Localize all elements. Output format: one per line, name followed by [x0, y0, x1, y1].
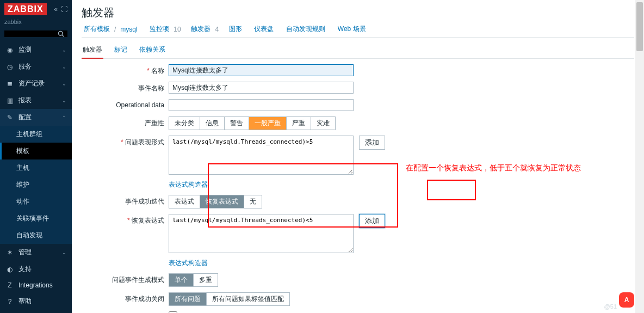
gear-icon: ✶ [5, 249, 14, 256]
z-icon: Z [5, 281, 14, 289]
expr-builder-link[interactable]: 表达式构造器 [169, 180, 208, 189]
sev-disaster[interactable]: 灾难 [311, 117, 335, 130]
tab-trigger[interactable]: 触发器 [82, 42, 103, 59]
label-ok-gen: 事件成功迭代 [82, 195, 169, 206]
sev-not-classified[interactable]: 未分类 [169, 117, 200, 130]
textarea-problem-expr[interactable]: last(/mysql/mysqld.Threads_connected)>5 [169, 136, 354, 175]
search-icon [58, 30, 64, 37]
label-severity: 严重性 [82, 116, 169, 128]
items-count: 10 [174, 26, 181, 33]
sub-hosts[interactable]: 主机 [0, 159, 72, 176]
nav-admin[interactable]: ✶ 管理 ⌄ [0, 244, 72, 261]
severity-segment: 未分类 信息 警告 一般严重 严重 灾难 [169, 116, 336, 130]
tab-tags[interactable]: 标记 [113, 42, 128, 58]
watermark: @51 [604, 303, 617, 310]
label-name: 名称 [82, 64, 169, 76]
okgen-expression[interactable]: 表达式 [169, 195, 200, 208]
collapse-icon[interactable]: « [54, 5, 58, 13]
crumb-web[interactable]: Web 场景 [338, 24, 366, 34]
nav-label: 资产记录 [18, 79, 45, 88]
input-opdata[interactable] [169, 99, 354, 111]
chevron-up-icon: ⌃ [62, 115, 66, 120]
svg-point-0 [59, 32, 63, 36]
main-content: 触发器 所有模板/ mysql 监控项 10 触发器 4 图形 仪表盘 自动发现… [72, 0, 644, 313]
chevron-down-icon: ⌄ [62, 250, 66, 255]
nav-support[interactable]: ◐ 支持 [0, 261, 72, 278]
chevron-down-icon: ⌄ [62, 64, 66, 70]
clock-icon: ◷ [5, 63, 14, 71]
chevron-down-icon: ⌄ [62, 81, 66, 87]
sev-warning[interactable]: 警告 [225, 117, 249, 130]
tab-dependencies[interactable]: 依赖关系 [138, 42, 166, 58]
tabs: 触发器 标记 依赖关系 [82, 42, 634, 59]
sub-discovery[interactable]: 自动发现 [0, 227, 72, 244]
nav-label: 帮助 [18, 297, 32, 306]
nav-label: 管理 [18, 248, 32, 257]
wrench-icon: ✎ [5, 114, 14, 121]
crumb-items[interactable]: 监控项 [150, 24, 169, 34]
page-title: 触发器 [82, 5, 634, 20]
input-event-name[interactable] [169, 82, 354, 94]
textarea-recovery-expr[interactable]: last(/mysql/mysqld.Threads_connected)<5 [169, 214, 354, 253]
okclose-all[interactable]: 所有问题 [169, 293, 207, 305]
nav-label: 监测 [18, 45, 32, 54]
ok-close-segment: 所有问题 所有问题如果标签值匹配 [169, 292, 290, 306]
okgen-recovery[interactable]: 恢复表达式 [200, 195, 244, 208]
crumb-triggers[interactable]: 触发器 [191, 24, 210, 34]
label-problem-expr: 问题表现形式 [82, 136, 169, 147]
nav-label: 服务 [18, 62, 32, 71]
label-opdata: Operational data [82, 99, 169, 109]
crumb-all-templates[interactable]: 所有模板 [84, 24, 110, 34]
question-icon: ? [5, 298, 14, 305]
input-name[interactable] [169, 64, 354, 76]
sev-high[interactable]: 严重 [287, 117, 311, 130]
label-ok-close: 事件成功关闭 [82, 292, 169, 304]
scrollbar-thumb[interactable] [636, 2, 643, 51]
sev-average[interactable]: 一般严重 [249, 117, 287, 130]
label-event-name: 事件名称 [82, 82, 169, 93]
crumb-mysql[interactable]: mysql [120, 26, 137, 33]
sub-correlation[interactable]: 关联项事件 [0, 210, 72, 227]
nav-user-settings[interactable]: ▲ User settings ⌄ [0, 310, 72, 313]
nav-inventory[interactable]: ≣ 资产记录 ⌄ [0, 75, 72, 92]
nav-help[interactable]: ? 帮助 [0, 293, 72, 310]
add-recovery-expr-button[interactable]: 添加 [359, 214, 385, 228]
crumb-dashboards[interactable]: 仪表盘 [254, 24, 274, 34]
annotation-text: 在配置一个恢复表达式，低于五个就恢复为正常状态 [406, 163, 581, 173]
sub-host-groups[interactable]: 主机群组 [0, 126, 72, 143]
add-problem-expr-button[interactable]: 添加 [359, 136, 385, 150]
scrollbar[interactable] [635, 0, 644, 313]
nav-integrations[interactable]: Z Integrations [0, 278, 72, 293]
pgen-single[interactable]: 单个 [169, 274, 194, 286]
nav-label: 配置 [18, 113, 32, 122]
expand-icon[interactable]: ⛶ [61, 5, 67, 13]
crumb-graphs[interactable]: 图形 [229, 24, 242, 34]
config-submenu: 主机群组 模板 主机 维护 动作 关联项事件 自动发现 [0, 126, 72, 244]
okclose-tags[interactable]: 所有问题如果标签值匹配 [207, 293, 289, 305]
eye-icon: ◉ [5, 46, 14, 54]
sub-maintenance[interactable]: 维护 [0, 176, 72, 193]
floating-action-icon[interactable]: A [619, 292, 634, 308]
nav-label: 支持 [18, 265, 32, 274]
chevron-down-icon: ⌄ [62, 98, 66, 103]
chart-icon: ▥ [5, 97, 14, 105]
label-recovery-expr: 恢复表达式 [82, 214, 169, 225]
svg-line-1 [62, 35, 64, 36]
search-input[interactable] [4, 30, 67, 37]
nav-configuration[interactable]: ✎ 配置 ⌃ [0, 109, 72, 126]
logo: ZABBIX [4, 3, 47, 15]
nav-monitoring[interactable]: ◉ 监测 ⌄ [0, 41, 72, 58]
expr-builder-link-2[interactable]: 表达式构造器 [169, 259, 208, 268]
sev-information[interactable]: 信息 [200, 117, 225, 130]
sub-actions[interactable]: 动作 [0, 193, 72, 210]
trigger-form: 名称 事件名称 Operational data 严重性 未分类 信息 警告 一… [82, 64, 634, 313]
sidebar: ZABBIX « ⛶ zabbix ◉ 监测 ⌄ ◷ 服务 ⌄ ≣ 资产记录 ⌄… [0, 0, 72, 313]
nav-services[interactable]: ◷ 服务 ⌄ [0, 58, 72, 75]
nav-reports[interactable]: ▥ 报表 ⌄ [0, 92, 72, 109]
pgen-multiple[interactable]: 多重 [194, 274, 218, 286]
okgen-none[interactable]: 无 [244, 195, 262, 208]
crumb-discovery[interactable]: 自动发现规则 [286, 24, 325, 34]
triggers-count: 4 [215, 26, 219, 33]
sub-templates[interactable]: 模板 [0, 143, 72, 159]
brand-subtitle: zabbix [0, 19, 72, 28]
